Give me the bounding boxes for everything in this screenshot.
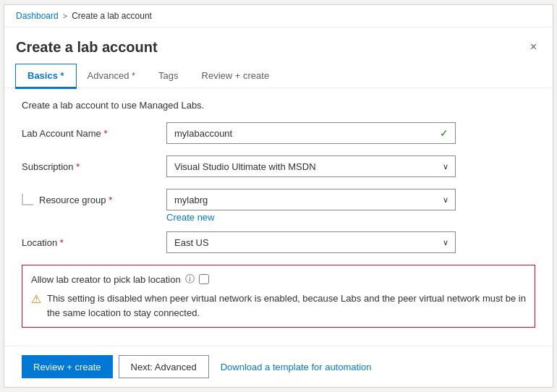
warning-text: This setting is disabled when peer virtu…: [47, 291, 526, 320]
subscription-select-wrap: Visual Studio Ultimate with MSDN: [166, 155, 456, 177]
close-button[interactable]: ×: [526, 39, 541, 55]
field-row-lab-account-name: Lab Account Name * ✓: [22, 122, 535, 144]
required-star: *: [103, 128, 107, 139]
subscription-select[interactable]: Visual Studio Ultimate with MSDN: [166, 155, 456, 177]
modal-container: Dashboard > Create a lab account Create …: [4, 4, 553, 388]
header: Create a lab account ×: [4, 27, 553, 56]
tabs-bar: Basics * Advanced * Tags Review + create: [4, 56, 553, 88]
info-icon[interactable]: ⓘ: [185, 273, 195, 286]
subscription-label: Subscription *: [22, 161, 166, 172]
warning-icon: ⚠: [31, 292, 41, 306]
resource-group-label-wrap: Resource group *: [22, 194, 166, 205]
allow-label: Allow lab creator to pick lab location: [31, 274, 181, 285]
required-star-sub: *: [76, 161, 80, 172]
next-advanced-button[interactable]: Next: Advanced: [119, 355, 209, 378]
allow-location-section: Allow lab creator to pick lab location ⓘ…: [22, 265, 535, 328]
page-title: Create a lab account: [16, 39, 158, 56]
location-select-wrap: East US: [166, 231, 456, 253]
form-description: Create a lab account to use Managed Labs…: [22, 100, 535, 111]
breadcrumb-dashboard[interactable]: Dashboard: [16, 11, 59, 21]
review-create-button[interactable]: Review + create: [22, 355, 113, 378]
resource-group-select[interactable]: mylabrg: [166, 189, 456, 210]
check-icon: ✓: [440, 127, 448, 139]
tab-tags[interactable]: Tags: [147, 64, 190, 88]
breadcrumb: Dashboard > Create a lab account: [4, 5, 553, 27]
resource-group-select-wrap: mylabrg: [166, 189, 456, 210]
breadcrumb-separator: >: [63, 12, 67, 20]
location-label: Location *: [22, 237, 166, 248]
form-content: Create a lab account to use Managed Labs…: [4, 88, 553, 346]
required-star-rg: *: [109, 195, 112, 205]
field-row-resource-group: Resource group * mylabrg: [22, 189, 535, 210]
field-row-location: Location * East US: [22, 231, 535, 253]
resource-group-label: Resource group *: [39, 195, 112, 205]
lab-account-name-input[interactable]: [166, 122, 456, 144]
required-star-loc: *: [60, 237, 64, 248]
tab-advanced[interactable]: Advanced *: [76, 64, 148, 88]
lab-account-name-label: Lab Account Name *: [22, 128, 166, 139]
tab-review-create[interactable]: Review + create: [190, 64, 281, 88]
allow-location-checkbox[interactable]: [199, 274, 209, 284]
allow-row: Allow lab creator to pick lab location ⓘ: [31, 273, 526, 286]
field-row-subscription: Subscription * Visual Studio Ultimate wi…: [22, 155, 535, 177]
location-select[interactable]: East US: [166, 231, 456, 253]
breadcrumb-current: Create a lab account: [72, 11, 152, 21]
footer: Review + create Next: Advanced Download …: [4, 346, 553, 387]
warning-content: ⚠ This setting is disabled when peer vir…: [31, 291, 526, 320]
download-template-link[interactable]: Download a template for automation: [221, 362, 372, 372]
resource-group-indent: [22, 194, 33, 205]
lab-account-name-input-wrap: ✓: [166, 122, 456, 144]
tab-basics[interactable]: Basics *: [16, 64, 76, 88]
create-new-link[interactable]: Create new: [166, 212, 535, 223]
